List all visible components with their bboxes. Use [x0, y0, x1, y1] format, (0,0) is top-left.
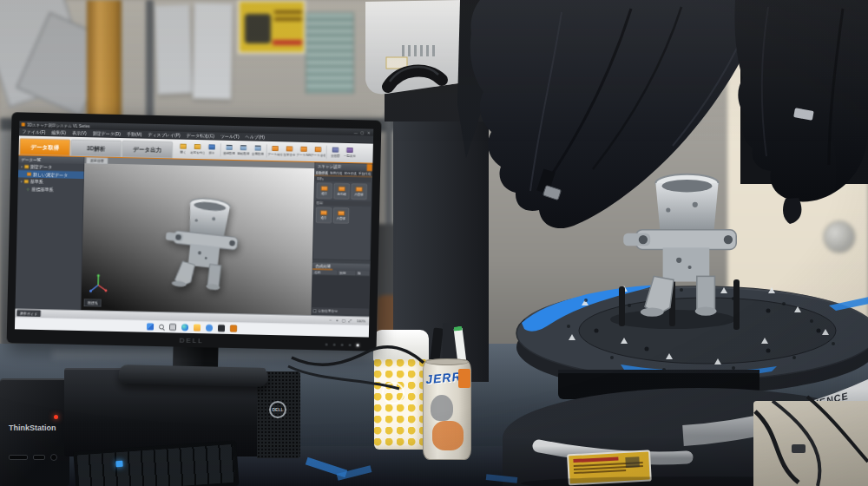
menu-transfer[interactable]: データ転送(C): [183, 132, 217, 139]
rotate-scan-button[interactable]: 回転取得: [236, 141, 251, 160]
scanner-app-window: 3Dスキャナ測定システム VL Series —▢✕ ファイル(F) 編集(E)…: [15, 121, 373, 337]
maximize-button[interactable]: ▢: [359, 130, 366, 135]
menu-data[interactable]: 測定データ(D): [89, 130, 123, 137]
cables: [746, 392, 868, 486]
monitor-bezel: 3Dスキャナ測定システム VL Series —▢✕ ファイル(F) 編集(E)…: [7, 112, 382, 351]
rotation-normal-button[interactable]: 通常: [316, 183, 332, 199]
dark-app-icon[interactable]: [218, 325, 225, 332]
app-icon: [22, 122, 25, 126]
hanging-sheet-2: [193, 3, 233, 100]
data-compose-button[interactable]: データ合成: [311, 143, 326, 161]
data-merge-button[interactable]: データ結合: [267, 141, 282, 160]
open-button[interactable]: 開く: [175, 140, 190, 158]
toolbar-separator-2: [266, 144, 267, 157]
thinkstation-logo: ThinkStation: [9, 424, 56, 432]
folder-icon-3: [24, 180, 29, 183]
fit-view-icon[interactable]: ▢: [340, 319, 347, 323]
result-panel-header: 合成結果: [312, 263, 370, 271]
scan-tab-simple[interactable]: 簡易作成: [329, 170, 344, 175]
tree-item-coordinate[interactable]: ⊹ 座標基準系: [18, 185, 84, 194]
continuous-scan-button[interactable]: 連続取得: [221, 141, 236, 159]
rotation-fine-button[interactable]: 高精細: [333, 183, 349, 199]
menu-help[interactable]: ヘルプ(H): [242, 134, 267, 141]
list-view-button[interactable]: 一覧表示: [342, 143, 357, 161]
menu-edit[interactable]: 編集(E): [49, 129, 69, 136]
menu-manual[interactable]: 手動(M): [123, 131, 145, 138]
tab-data-acquire[interactable]: データ取得: [20, 138, 70, 155]
menu-view[interactable]: 表示(V): [69, 129, 90, 136]
expander-icon-2: ▾: [21, 180, 23, 183]
fixed-normal-button[interactable]: 通常: [316, 207, 332, 223]
data-tree-panel: データ一覧 ▾ 測定データ 新しい測定データ ▾: [15, 155, 84, 310]
chat-app-icon[interactable]: [206, 325, 213, 332]
caution-sign-text-line: [274, 10, 302, 14]
close-button[interactable]: ✕: [365, 130, 372, 135]
fullscreen-icon: [332, 148, 339, 153]
window-controls: —▢✕: [352, 130, 372, 135]
toolbar-separator-3: [326, 146, 327, 159]
start-button[interactable]: [147, 323, 154, 330]
menu-file[interactable]: ファイル(F): [19, 128, 49, 135]
menu-tools[interactable]: ツール(T): [217, 133, 242, 140]
scan-tab-auto[interactable]: 自動作成: [315, 170, 330, 175]
dell-badge-text: DELL: [272, 407, 283, 412]
result-footer: 自動位置合せ: [312, 308, 369, 315]
edge-browser-icon[interactable]: [181, 324, 188, 331]
tab-data-output[interactable]: データ出力: [122, 141, 172, 158]
viewport-tab[interactable]: 測定画面: [86, 157, 108, 164]
caution-sign: [238, 0, 306, 54]
minimize-button[interactable]: —: [352, 130, 359, 135]
scan-tab-manual[interactable]: 手動作成: [358, 171, 372, 176]
keyboard-backlit-key: [115, 461, 122, 468]
save-as-button[interactable]: 名前を付けて保存: [190, 140, 205, 158]
data-delete-button[interactable]: データ削除: [296, 142, 311, 161]
align-button[interactable]: 位置合せ: [282, 142, 297, 161]
dell-badge: DELL: [269, 401, 286, 418]
fixed-hexa-button[interactable]: 六面体: [333, 207, 349, 223]
caution-sign-picture: [245, 14, 271, 43]
caution-sign-red-text: [273, 40, 302, 45]
slat-stack: [306, 12, 354, 94]
power-led: [54, 415, 58, 419]
monitor-cable: [286, 337, 425, 397]
can-body: JERRY: [423, 359, 471, 460]
expand-view-icon[interactable]: ⤢: [346, 319, 353, 324]
save-button[interactable]: 保存: [204, 141, 219, 159]
scanner-app-icon[interactable]: [230, 325, 237, 332]
thinkstation-tower: ThinkStation: [0, 378, 69, 486]
guide-chip[interactable]: 操作ガイド: [16, 310, 40, 317]
menu-display[interactable]: ディスプレイ(P): [145, 131, 184, 138]
data-compose-icon: [315, 147, 322, 152]
expander-icon: ▾: [21, 165, 23, 168]
search-icon[interactable]: [159, 324, 164, 329]
result-list-empty[interactable]: [312, 275, 370, 309]
scan-panel-header: スキャン設定: [315, 163, 372, 171]
fullscreen-button[interactable]: 全画面: [328, 143, 343, 161]
auto-align-checkbox[interactable]: [313, 309, 317, 312]
zoom-in-icon[interactable]: +: [333, 318, 340, 322]
folder-icon-2: [27, 172, 31, 175]
right-panels: スキャン設定 自動作成 簡易作成 部分作成 手動作成 回転: [311, 162, 372, 316]
monitor-screen: 3Dスキャナ測定システム VL Series —▢✕ ファイル(F) 編集(E)…: [15, 121, 373, 337]
usb-port-2: [33, 455, 45, 460]
tab-3d-analysis[interactable]: 3D解析: [70, 140, 121, 157]
full-scan-button[interactable]: 全周取得: [250, 141, 265, 160]
zoom-out-icon[interactable]: −: [327, 318, 334, 322]
rotation-hexa-button[interactable]: 六面体: [351, 184, 366, 200]
audio-jack: [50, 454, 57, 461]
cube-icon-5: [338, 210, 345, 215]
cube-icon-3: [356, 187, 363, 192]
data-merge-icon: [272, 146, 279, 151]
can-cartoon-gray: [431, 395, 453, 421]
task-view-icon[interactable]: [169, 324, 176, 331]
scan-tab-partial[interactable]: 部分作成: [344, 170, 358, 175]
axis-label-chip: 座標系: [84, 299, 102, 307]
scanned-model-3d[interactable]: [147, 180, 249, 298]
scan-settings-panel: スキャン設定 自動作成 簡易作成 部分作成 手動作成 回転: [312, 162, 373, 260]
header-accent: [367, 164, 372, 171]
factory-scene: KEYENCE ThinkStation DELL: [0, 0, 868, 486]
file-explorer-icon[interactable]: [194, 324, 201, 331]
can-rim: [425, 358, 469, 365]
viewport-3d[interactable]: 測定画面 座標系: [81, 157, 314, 315]
col-status: 状態: [338, 270, 356, 275]
